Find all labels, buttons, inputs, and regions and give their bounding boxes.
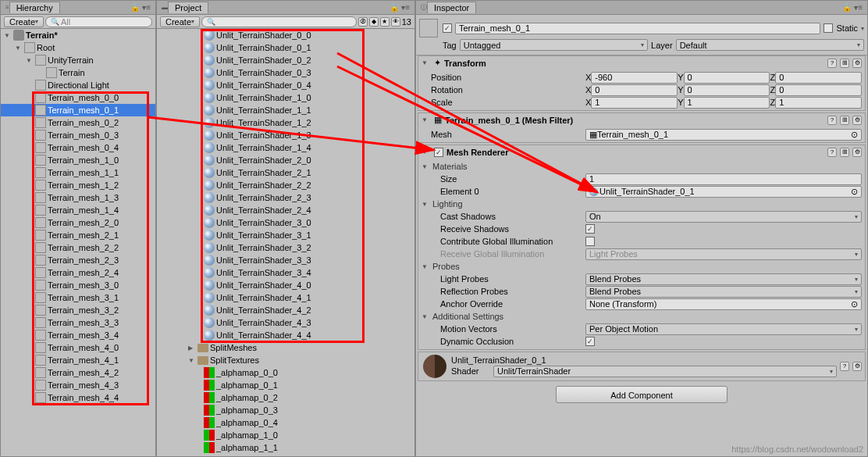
light-probes-dropdown[interactable]: Blend Probes	[585, 273, 862, 285]
dynamic-occlusion-checkbox[interactable]	[585, 337, 595, 346]
mesh-row[interactable]: Terrain_mesh_1_4	[1, 204, 155, 216]
mesh-row[interactable]: Terrain_mesh_4_3	[1, 379, 155, 391]
shader-row[interactable]: Unlit_TerrainShader_1_2	[157, 116, 414, 129]
shader-row[interactable]: Unlit_TerrainShader_2_2	[157, 179, 414, 191]
hierarchy-tab[interactable]: ≡Hierarchy🔒 ▾≡	[1, 1, 155, 15]
gear-icon[interactable]: ⚙	[852, 59, 862, 68]
filter-label-icon[interactable]: ★	[380, 17, 390, 27]
lock-icon[interactable]: 🔒 ▾≡	[130, 3, 151, 12]
mesh-row[interactable]: Terrain_mesh_2_1	[1, 229, 155, 241]
mesh-row[interactable]: Terrain_mesh_2_2	[1, 241, 155, 254]
mesh-row[interactable]: Terrain_mesh_3_3	[1, 316, 155, 329]
shader-row[interactable]: Unlit_TerrainShader_3_1	[157, 229, 414, 241]
hierarchy-search[interactable]: 🔍All	[45, 16, 152, 27]
shader-row[interactable]: Unlit_TerrainShader_2_3	[157, 191, 414, 204]
shader-dropdown[interactable]: Unlit/TerrainShader	[493, 366, 837, 377]
shader-row[interactable]: Unlit_TerrainShader_0_3	[157, 66, 414, 79]
shader-row[interactable]: Unlit_TerrainShader_1_4	[157, 141, 414, 154]
mesh-row[interactable]: Terrain_mesh_0_0	[1, 91, 155, 104]
folder-row[interactable]: ▼SplitTextures	[157, 354, 414, 366]
texture-row[interactable]: _alphamap_0_0	[157, 366, 414, 379]
preset-icon[interactable]: ⊞	[840, 148, 849, 157]
mesh-row[interactable]: Terrain_mesh_4_2	[1, 366, 155, 379]
rot-z[interactable]: 0	[775, 84, 862, 96]
mesh-row[interactable]: Terrain_mesh_2_3	[1, 254, 155, 266]
shader-row[interactable]: Unlit_TerrainShader_0_1	[157, 41, 414, 54]
mesh-row[interactable]: Terrain_mesh_3_4	[1, 329, 155, 341]
shader-row[interactable]: Unlit_TerrainShader_2_1	[157, 166, 414, 179]
shader-row[interactable]: Unlit_TerrainShader_1_3	[157, 129, 414, 141]
scl-z[interactable]: 1	[775, 97, 862, 109]
texture-row[interactable]: _alphamap_0_1	[157, 379, 414, 391]
receive-shadows-checkbox[interactable]	[585, 224, 595, 234]
texture-row[interactable]: _alphamap_1_1	[157, 441, 414, 454]
texture-row[interactable]: _alphamap_0_3	[157, 404, 414, 416]
filter-type-icon[interactable]: ◆	[369, 17, 379, 27]
mesh-row[interactable]: Terrain_mesh_2_0	[1, 216, 155, 229]
lock-icon[interactable]: 🔒 ▾≡	[390, 3, 410, 12]
project-search[interactable]: 🔍	[201, 16, 357, 27]
size-field[interactable]: 1	[585, 173, 862, 185]
shader-row[interactable]: Unlit_TerrainShader_2_4	[157, 204, 414, 216]
shader-row[interactable]: Unlit_TerrainShader_1_1	[157, 104, 414, 116]
rot-x[interactable]: 0	[591, 84, 678, 96]
unityterrain-row[interactable]: ▼UnityTerrain	[1, 54, 155, 66]
mesh-row[interactable]: Terrain_mesh_4_4	[1, 391, 155, 404]
tag-dropdown[interactable]: Untagged	[460, 39, 648, 51]
mesh-row[interactable]: Terrain_mesh_2_4	[1, 266, 155, 279]
create-button[interactable]: Create ▾	[160, 16, 200, 27]
texture-row[interactable]: _alphamap_0_2	[157, 391, 414, 404]
shader-row[interactable]: Unlit_TerrainShader_3_0	[157, 216, 414, 229]
scl-y[interactable]: 1	[684, 97, 770, 109]
pos-y[interactable]: 0	[684, 72, 770, 84]
reflection-probes-dropdown[interactable]: Blend Probes	[585, 286, 862, 298]
mesh-row[interactable]: Terrain_mesh_4_1	[1, 354, 155, 366]
mesh-row[interactable]: Terrain_mesh_0_2	[1, 116, 155, 129]
contribute-gi-checkbox[interactable]	[585, 237, 595, 246]
cast-shadows-dropdown[interactable]: On	[585, 211, 862, 223]
scl-x[interactable]: 1	[591, 97, 678, 109]
mesh-row[interactable]: Terrain_mesh_1_0	[1, 154, 155, 166]
mesh-row[interactable]: Terrain_mesh_4_0	[1, 341, 155, 354]
shader-row[interactable]: Unlit_TerrainShader_4_0	[157, 279, 414, 291]
shader-row[interactable]: Unlit_TerrainShader_2_0	[157, 154, 414, 166]
mesh-row[interactable]: Terrain_mesh_1_3	[1, 191, 155, 204]
preset-icon[interactable]: ⊞	[840, 116, 849, 125]
mesh-row[interactable]: Terrain_mesh_0_1	[1, 104, 155, 116]
inspector-tab[interactable]: ⓘInspector🔒 ▾≡	[416, 1, 867, 15]
mesh-row[interactable]: Terrain_mesh_1_2	[1, 179, 155, 191]
preset-icon[interactable]: ⊞	[840, 59, 849, 68]
folder-row[interactable]: ▶SplitMeshes	[157, 341, 414, 354]
hierarchy-tree[interactable]: ▼Terrain* ▼Root ▼UnityTerrain Terrain Di…	[1, 29, 155, 456]
help-icon[interactable]: ?	[827, 116, 837, 125]
shader-row[interactable]: Unlit_TerrainShader_3_3	[157, 254, 414, 266]
light-row[interactable]: Directional Light	[1, 79, 155, 91]
scene-row[interactable]: ▼Terrain*	[1, 29, 155, 41]
shader-row[interactable]: Unlit_TerrainShader_4_3	[157, 316, 414, 329]
root-row[interactable]: ▼Root	[1, 41, 155, 54]
help-icon[interactable]: ?	[840, 362, 849, 371]
mesh-row[interactable]: Terrain_mesh_0_4	[1, 141, 155, 154]
shader-row[interactable]: Unlit_TerrainShader_4_2	[157, 304, 414, 316]
motion-vectors-dropdown[interactable]: Per Object Motion	[585, 323, 862, 335]
texture-row[interactable]: _alphamap_1_0	[157, 429, 414, 441]
lock-icon[interactable]: 🔒 ▾≡	[842, 3, 863, 12]
filter-favorite-icon[interactable]: ⦿	[358, 17, 368, 27]
shader-row[interactable]: Unlit_TerrainShader_0_0	[157, 29, 414, 41]
shader-row[interactable]: Unlit_TerrainShader_4_1	[157, 291, 414, 304]
add-component-button[interactable]: Add Component	[556, 386, 727, 403]
create-button[interactable]: Create ▾	[4, 16, 44, 27]
shader-row[interactable]: Unlit_TerrainShader_3_4	[157, 266, 414, 279]
project-tab[interactable]: ▬Project🔒 ▾≡	[157, 1, 414, 15]
mesh-row[interactable]: Terrain_mesh_0_3	[1, 129, 155, 141]
renderer-enable[interactable]	[434, 148, 443, 157]
active-checkbox[interactable]	[443, 23, 452, 33]
anchor-override-field[interactable]: None (Transform)⊙	[585, 298, 862, 310]
pos-x[interactable]: -960	[591, 72, 678, 84]
name-field[interactable]: Terrain_mesh_0_1	[455, 23, 820, 34]
hidden-icon[interactable]: 👁	[391, 17, 400, 27]
element0-field[interactable]: Unlit_TerrainShader_0_1⊙	[585, 186, 862, 198]
terrain-row[interactable]: Terrain	[1, 66, 155, 79]
shader-row[interactable]: Unlit_TerrainShader_3_2	[157, 241, 414, 254]
static-checkbox[interactable]	[824, 23, 833, 33]
